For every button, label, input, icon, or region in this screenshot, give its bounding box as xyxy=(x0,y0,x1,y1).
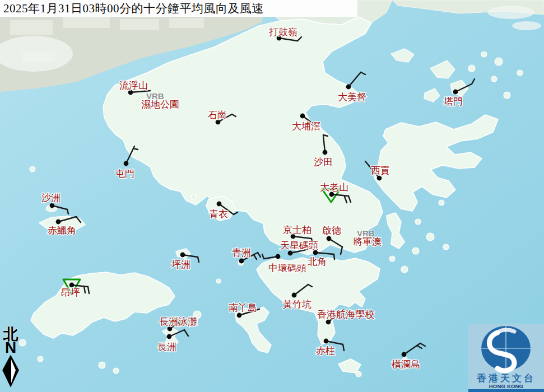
station: 赤鱲角 xyxy=(48,217,81,236)
station-dot xyxy=(239,259,244,264)
wind-barb-staff xyxy=(326,341,343,344)
wind-map-screen: 打鼓嶺流浮山VRB濕地公園石崗大美督塔門大埔滘沙田西貢大老山青衣京士柏啟德VRB… xyxy=(0,0,544,392)
station-dot xyxy=(56,220,61,225)
station-label: 赤柱 xyxy=(316,346,335,356)
station-label: 京士柏 xyxy=(283,225,311,235)
hko-logo: 香港天文台 HONG KONG OBSERVATORY xyxy=(468,324,544,392)
station-dot xyxy=(377,176,382,181)
station-label: 北角 xyxy=(308,256,327,267)
station: 石崗 xyxy=(208,110,236,124)
station-label: 塔門 xyxy=(443,96,463,107)
station-label: 長洲泳灘 xyxy=(159,316,197,327)
station-label: 打鼓嶺 xyxy=(268,27,297,38)
station-label: 屯門 xyxy=(115,169,134,179)
station-dot xyxy=(124,161,129,166)
station-dot xyxy=(300,114,305,119)
station-label: 坪洲 xyxy=(171,259,190,270)
wind-barb-tick xyxy=(348,196,351,202)
wind-barb-staff xyxy=(323,135,325,152)
station-dot xyxy=(237,313,242,318)
wind-barb-tick xyxy=(420,343,425,346)
station-dot xyxy=(292,293,297,298)
station-label: 大埔滘 xyxy=(292,121,320,132)
station-label: 黃竹坑 xyxy=(283,299,311,310)
station-dot xyxy=(402,352,407,357)
wind-barb-tick xyxy=(258,253,261,257)
wind-barb-tick xyxy=(308,284,312,287)
wind-barb-tick xyxy=(76,217,81,222)
wind-barb-tick xyxy=(184,330,188,336)
station-dot xyxy=(327,236,332,241)
wind-barb-tick xyxy=(198,257,199,262)
station-dot xyxy=(50,203,55,208)
station: 長洲泳灘 xyxy=(159,316,197,331)
wind-barb-tick xyxy=(361,72,365,74)
station-label: 石崗 xyxy=(208,110,227,120)
wind-barb-tick xyxy=(334,254,334,259)
station: 流浮山 xyxy=(119,80,150,95)
station: 屯門 xyxy=(115,146,138,179)
station: 塔門 xyxy=(443,79,475,107)
station: 打鼓嶺 xyxy=(268,27,301,41)
station-label: 天星碼頭 xyxy=(280,240,318,251)
map-title: 2025年1月31日03時00分的十分鐘平均風向及風速 xyxy=(0,1,264,16)
station-label: 西貢 xyxy=(371,165,390,176)
station-dot xyxy=(276,254,281,259)
station: 天星碼頭 xyxy=(280,240,318,255)
station: 赤柱 xyxy=(316,339,344,356)
compass-needle-icon xyxy=(1,355,20,388)
wind-barb-tick xyxy=(234,212,238,214)
station-label: 橫瀾島 xyxy=(392,359,420,370)
station: VRB將軍澳 xyxy=(353,228,382,247)
wind-barb-tick xyxy=(341,247,342,254)
stations-layer: 打鼓嶺流浮山VRB濕地公園石崗大美督塔門大埔滘沙田西貢大老山青衣京士柏啟德VRB… xyxy=(0,0,544,392)
station-label: 青衣 xyxy=(209,209,228,220)
station-label: 流浮山 xyxy=(119,80,148,91)
station-label: 濕地公園 xyxy=(141,99,179,110)
wind-barb-staff xyxy=(455,84,472,92)
station: 北角 xyxy=(308,250,334,267)
wind-barb-staff xyxy=(294,284,308,295)
station-label: 沙洲 xyxy=(41,193,61,203)
wind-barb-tick xyxy=(232,114,236,116)
station-label: 大美督 xyxy=(338,92,366,102)
station: 南丫島 xyxy=(229,302,259,318)
north-compass: 北 N xyxy=(1,327,20,390)
wind-barb-tick xyxy=(262,254,264,259)
wind-barb-staff xyxy=(332,194,348,196)
station-label: 香港航海學校 xyxy=(317,309,374,320)
wind-barb-staff xyxy=(58,217,76,222)
station: 香港航海學校 xyxy=(317,309,374,324)
station-label: 昂坪 xyxy=(61,287,80,298)
station-label: 將軍澳 xyxy=(353,236,382,247)
station-label: 啟德 xyxy=(322,225,342,236)
hko-logo-bottom-bar xyxy=(468,389,544,392)
station: 沙洲 xyxy=(41,193,68,214)
station-label: 赤鱲角 xyxy=(48,225,76,236)
wind-barb-tick xyxy=(472,79,475,84)
station: 青洲 xyxy=(232,248,261,263)
station-dot xyxy=(313,250,318,255)
station: VRB濕地公園 xyxy=(141,91,179,110)
hko-logo-icon xyxy=(468,324,544,374)
wind-barb-staff xyxy=(348,72,361,87)
station: 啟德 xyxy=(322,225,342,254)
station-dot xyxy=(324,339,329,344)
wind-barb-tick xyxy=(133,148,138,150)
station: 西貢 xyxy=(365,161,390,180)
wind-barb-staff xyxy=(279,38,297,41)
station: 大美督 xyxy=(338,72,366,102)
station: 長洲 xyxy=(157,330,188,352)
station-dot xyxy=(346,85,351,90)
wind-barb-tick xyxy=(254,255,257,259)
wind-barb-tick xyxy=(67,209,68,214)
station-label: 沙田 xyxy=(314,157,333,167)
station-dot xyxy=(288,251,293,256)
station: 黃竹坑 xyxy=(283,284,312,310)
wind-barb-tick xyxy=(297,37,301,41)
wind-barb-staff xyxy=(404,343,420,354)
station: 大埔滘 xyxy=(292,114,320,132)
station-dot xyxy=(323,150,328,155)
station: 中環碼頭 xyxy=(262,254,306,273)
wind-barb-tick xyxy=(417,346,422,348)
